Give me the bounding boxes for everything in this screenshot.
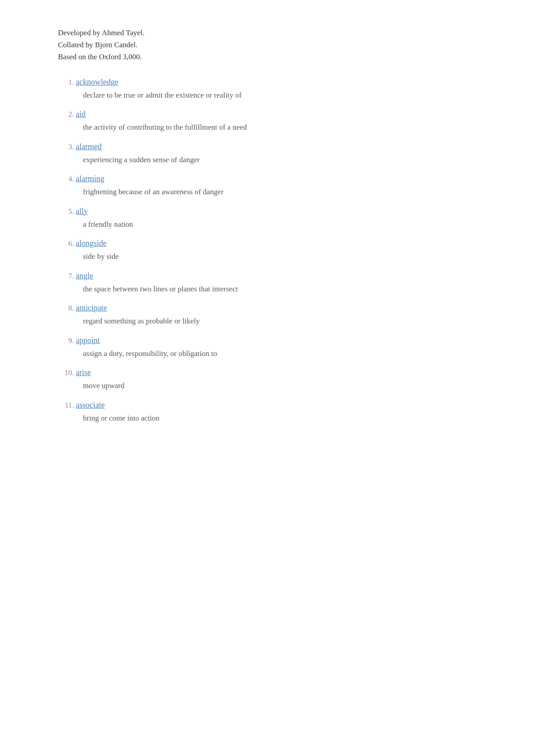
word-link[interactable]: alarming [76, 174, 104, 184]
word-link[interactable]: aid [76, 110, 86, 119]
word-number-row: 6.alongside [58, 239, 477, 248]
word-definition: the space between two lines or planes th… [83, 283, 477, 295]
attribution: Developed by Ahmed Tayel. Collated by Bj… [58, 27, 477, 63]
word-number-row: 11.associate [58, 400, 477, 410]
list-item: 2.aidthe activity of contributing to the… [58, 110, 477, 133]
list-item: 1.acknowledgedeclare to be true or admit… [58, 78, 477, 101]
word-number: 8. [58, 304, 74, 313]
word-definition: declare to be true or admit the existenc… [83, 90, 477, 101]
word-definition: experiencing a sudden sense of danger [83, 154, 477, 166]
list-item: 9.appointassign a duty, responsibility, … [58, 336, 477, 360]
word-definition: the activity of contributing to the fulf… [83, 122, 477, 133]
word-number-row: 10.arise [58, 368, 477, 377]
list-item: 7.anglethe space between two lines or pl… [58, 271, 477, 295]
word-definition: assign a duty, responsibility, or obliga… [83, 348, 477, 360]
word-number: 7. [58, 272, 74, 281]
word-definition: a friendly nation [83, 219, 477, 230]
word-link[interactable]: acknowledge [76, 78, 118, 87]
word-definition: regard something as probable or likely [83, 315, 477, 327]
word-link[interactable]: associate [76, 400, 105, 410]
word-number: 1. [58, 78, 74, 87]
word-number: 5. [58, 207, 74, 216]
word-link[interactable]: arise [76, 368, 91, 377]
word-list: 1.acknowledgedeclare to be true or admit… [58, 78, 477, 424]
list-item: 5.allya friendly nation [58, 207, 477, 230]
word-definition: side by side [83, 251, 477, 262]
word-number-row: 2.aid [58, 110, 477, 119]
word-definition: frightening because of an awareness of d… [83, 186, 477, 198]
list-item: 3.alarmedexperiencing a sudden sense of … [58, 142, 477, 166]
word-number: 3. [58, 143, 74, 151]
word-number-row: 3.alarmed [58, 142, 477, 151]
word-number-row: 9.appoint [58, 336, 477, 345]
word-number: 10. [58, 368, 74, 377]
list-item: 11.associatebring or come into action [58, 400, 477, 424]
list-item: 10.arisemove upward [58, 368, 477, 392]
list-item: 6.alongsideside by side [58, 239, 477, 262]
word-link[interactable]: alongside [76, 239, 107, 248]
word-number-row: 8.anticipate [58, 303, 477, 313]
word-number-row: 4.alarming [58, 174, 477, 184]
attribution-line3: Based on the Oxford 3,000. [58, 51, 477, 63]
word-number: 4. [58, 175, 74, 184]
attribution-line1: Developed by Ahmed Tayel. [58, 27, 477, 39]
word-number-row: 5.ally [58, 207, 477, 216]
word-number: 11. [58, 401, 74, 410]
list-item: 4.alarmingfrightening because of an awar… [58, 174, 477, 198]
word-link[interactable]: anticipate [76, 303, 107, 313]
word-number: 9. [58, 336, 74, 345]
word-link[interactable]: appoint [76, 336, 100, 345]
word-number: 2. [58, 110, 74, 119]
word-link[interactable]: alarmed [76, 142, 102, 151]
word-definition: bring or come into action [83, 413, 477, 424]
word-definition: move upward [83, 380, 477, 392]
word-number-row: 7.angle [58, 271, 477, 281]
word-number-row: 1.acknowledge [58, 78, 477, 87]
word-link[interactable]: ally [76, 207, 88, 216]
word-number: 6. [58, 239, 74, 248]
word-link[interactable]: angle [76, 271, 93, 281]
list-item: 8.anticipateregard something as probable… [58, 303, 477, 327]
attribution-line2: Collated by Bjorn Candel. [58, 39, 477, 51]
